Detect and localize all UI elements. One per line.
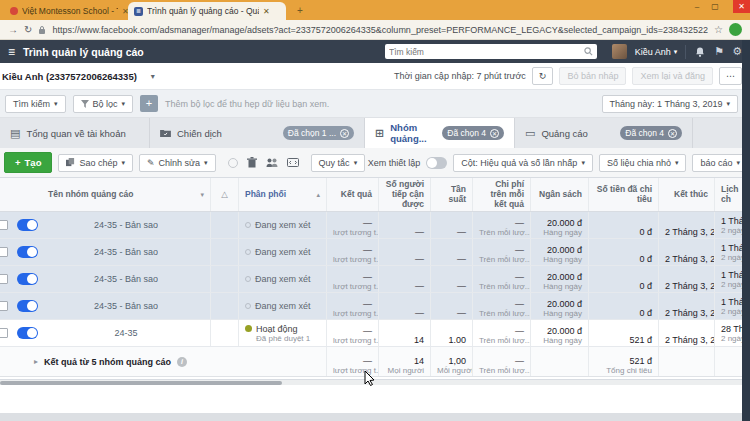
forward-icon[interactable]: → [8, 24, 18, 35]
delete-trash-icon[interactable] [247, 157, 257, 168]
preview-window-icon[interactable] [287, 158, 299, 168]
tab-account-overview[interactable]: ▤ Tổng quan về tài khoản [0, 118, 150, 148]
table-row[interactable]: 24-35 - Bản sao Đang xem xét —lượt tương… [0, 212, 750, 239]
browser-profile-avatar[interactable] [729, 23, 742, 36]
schedule-sub: 2 ngày [721, 253, 744, 262]
selected-count-badge[interactable]: Đã chọn 1 ... ✕ [283, 126, 354, 140]
clear-selection-icon[interactable]: ✕ [490, 129, 499, 138]
review-publish-button[interactable]: Xem lại và đăng [632, 67, 713, 85]
browser-tab-2[interactable]: ≣ Trình quản lý quảng cáo - Quản ✕ [128, 2, 286, 20]
filters-button[interactable]: Bộ lọc ▾ [73, 95, 134, 113]
user-menu[interactable]: Kiều Anh ▾ [635, 47, 678, 57]
bookmark-star-icon[interactable]: ☆ [714, 24, 723, 35]
tab-label: Nhóm quảng... [390, 122, 436, 144]
delivery-status: Đang xem xét [255, 220, 311, 230]
url-text[interactable]: https://www.facebook.com/adsmanager/mana… [52, 25, 708, 35]
header-cost-per-result[interactable]: Chi phí trên mỗi kết quả [472, 178, 530, 211]
user-avatar[interactable] [612, 44, 627, 59]
clear-selection-icon[interactable]: ✕ [668, 129, 677, 138]
adset-toggle[interactable] [17, 246, 38, 258]
selected-count-badge[interactable]: Đã chọn 4 ✕ [620, 126, 682, 140]
adset-toggle[interactable] [17, 327, 38, 339]
tab-ads[interactable]: ▭ Quảng cáo Đã chọn 4 ✕ [515, 118, 693, 148]
result-sub: lượt tương t... [333, 282, 372, 291]
table-row[interactable]: 24-35 - Bản sao Đang xem xét —lượt tương… [0, 293, 750, 320]
table-row[interactable]: 24-35 - Bản sao Đang xem xét —lượt tương… [0, 266, 750, 293]
header-checkbox-cell[interactable] [0, 178, 12, 211]
header-label: Số tiền đã chi tiêu [595, 185, 652, 205]
tab-close-icon[interactable]: ✕ [263, 7, 270, 16]
schedule-value: 1 Thá [721, 216, 744, 226]
close-button[interactable]: ✕ [733, 0, 750, 13]
header-reach[interactable]: Số người tiếp cận được [378, 178, 430, 211]
settings-gear-icon[interactable]: ⚙ [732, 45, 742, 58]
table-row[interactable]: 24-35 - Bản sao Đang xem xét —lượt tương… [0, 239, 750, 266]
more-options-button[interactable]: ⋯ [719, 67, 742, 85]
new-tab-button[interactable]: + [292, 4, 308, 17]
status-circle-icon[interactable] [228, 158, 238, 168]
plus-icon: + [15, 157, 21, 168]
adset-name[interactable]: 24-35 - Bản sao [94, 301, 158, 311]
frequency-value: 1.00 [437, 335, 466, 345]
adset-name[interactable]: 24-35 - Bản sao [94, 220, 158, 230]
summary-cpr: — [479, 356, 524, 366]
row-checkbox[interactable] [0, 328, 8, 338]
header-name[interactable]: Tên nhóm quảng cáo ▾ [42, 178, 210, 211]
result-value: — [333, 299, 372, 309]
search-filter-button[interactable]: Tìm kiếm ▾ [5, 95, 66, 113]
row-checkbox[interactable] [0, 274, 8, 284]
tab-campaigns[interactable]: Chiến dịch Đã chọn 1 ... ✕ [150, 118, 365, 148]
cpr-sub: Trên mỗi lượ... [479, 336, 524, 345]
header-label: Chi phí trên mỗi kết quả [479, 180, 524, 209]
header-errors[interactable]: △ [210, 178, 238, 211]
notifications-bell-icon[interactable] [694, 46, 706, 58]
pages-flag-icon[interactable]: ⚑ [714, 45, 724, 58]
row-checkbox[interactable] [0, 301, 8, 311]
tab-ad-sets[interactable]: ⊞ Nhóm quảng... Đã chọn 4 ✕ [365, 118, 515, 148]
reload-icon[interactable]: ↻ [24, 24, 32, 35]
columns-button[interactable]: Cột: Hiệu quả và số lần nhấp ▾ [453, 154, 593, 172]
selected-count-badge[interactable]: Đã chọn 4 ✕ [442, 126, 504, 140]
edit-button[interactable]: ✎ Chỉnh sửa ▾ [139, 154, 216, 172]
adset-name[interactable]: 24-35 [114, 328, 137, 338]
discard-draft-button[interactable]: Bỏ bản nháp [559, 67, 626, 85]
duplicate-button[interactable]: Sao chép ▾ [58, 154, 133, 172]
header-end-date[interactable]: Kết thúc [658, 178, 714, 211]
scrollbar-thumb[interactable] [0, 381, 282, 385]
add-filter-button[interactable]: + [140, 95, 158, 112]
adset-toggle[interactable] [17, 273, 38, 285]
minimize-button[interactable]: – [690, 0, 704, 13]
header-result[interactable]: Kết quả [326, 178, 378, 211]
ab-test-people-icon[interactable] [266, 158, 278, 168]
row-checkbox[interactable] [0, 220, 8, 230]
view-setup-toggle[interactable] [426, 157, 447, 169]
adset-name[interactable]: 24-35 - Bản sao [94, 247, 158, 257]
browser-titlebar: Việt Montesson School - Tran ✕ ≣ Trình q… [0, 0, 750, 20]
info-icon[interactable]: i [177, 357, 187, 367]
table-row[interactable]: 24-35 Hoạt động Đã phê duyệt 1 —lượt tươ… [0, 320, 750, 347]
header-frequency[interactable]: Tần suất [430, 178, 472, 211]
header-delivery[interactable]: Phân phối ▴ [238, 178, 326, 211]
create-button[interactable]: + Tạo [4, 152, 52, 173]
header-amount-spent[interactable]: Số tiền đã chi tiêu [588, 178, 658, 211]
rules-button[interactable]: Quy tắc ▾ [311, 154, 366, 172]
hamburger-menu-icon[interactable]: ≡ [8, 45, 15, 59]
row-checkbox[interactable] [0, 247, 8, 257]
adset-name[interactable]: 24-35 - Bản sao [94, 274, 158, 284]
adset-toggle[interactable] [17, 300, 38, 312]
account-selector[interactable]: Kiều Anh (2337572006264335) ▾ [0, 71, 155, 82]
header-budget[interactable]: Ngân sách [530, 178, 588, 211]
search-input[interactable] [389, 47, 584, 57]
refresh-button[interactable]: ↻ [532, 67, 554, 85]
global-search[interactable] [385, 44, 597, 59]
browser-tab-1[interactable]: Việt Montesson School - Tran ✕ [4, 2, 135, 20]
schedule-sub: 2 ngày [721, 280, 744, 289]
adset-toggle[interactable] [17, 219, 38, 231]
reports-button[interactable]: báo cáo ▾ [692, 154, 748, 172]
breakdown-button[interactable]: Số liệu chia nhỏ ▾ [599, 154, 687, 172]
expand-icon[interactable]: ▸ [34, 357, 38, 366]
result-value: — [333, 218, 372, 228]
clear-selection-icon[interactable]: ✕ [340, 129, 349, 138]
maximize-button[interactable]: ▢ [708, 0, 722, 13]
date-range-button[interactable]: Tháng này: 1 Tháng 3, 2019 ▾ [602, 95, 738, 113]
